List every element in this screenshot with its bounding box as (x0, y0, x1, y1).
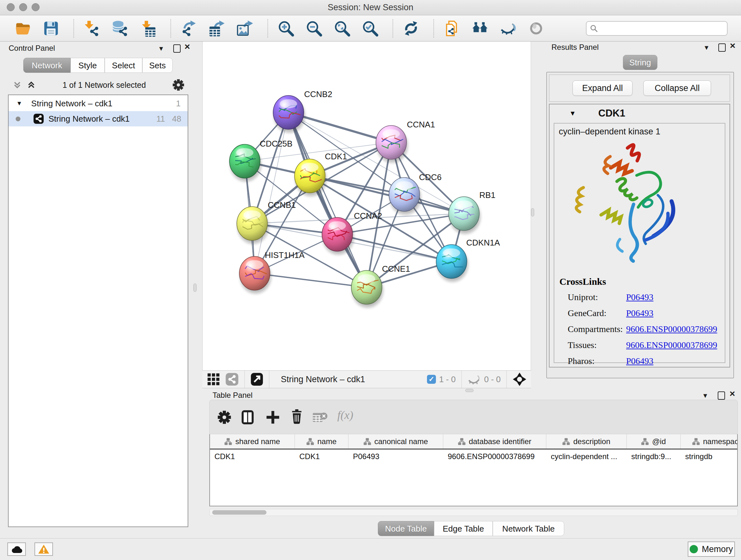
table-horizontal-scrollbar[interactable] (209, 509, 738, 516)
export-image-icon[interactable] (236, 19, 254, 37)
collapse-all-button[interactable]: Collapse All (643, 80, 711, 96)
tab-network-table[interactable]: Network Table (493, 521, 564, 536)
network-node-CCNB2[interactable] (273, 96, 305, 132)
export-table-icon[interactable] (208, 19, 226, 37)
warning-button[interactable] (35, 543, 53, 556)
show-all-icon[interactable] (527, 19, 545, 37)
search-input[interactable] (598, 23, 727, 33)
zoom-selected-icon[interactable] (361, 19, 379, 37)
results-panel-float-icon[interactable] (718, 44, 726, 53)
tab-sets[interactable]: Sets (142, 58, 173, 73)
expand-all-button[interactable]: Expand All (572, 80, 632, 96)
delete-column-icon[interactable] (290, 409, 304, 424)
network-row[interactable]: String Network – cdk1 11 48 (9, 111, 188, 126)
network-node-CDC6[interactable] (389, 178, 421, 214)
network-node-CDC25B[interactable] (229, 144, 261, 181)
tab-node-table[interactable]: Node Table (378, 521, 434, 536)
tab-string[interactable]: String (623, 55, 657, 70)
cloud-button[interactable] (7, 543, 26, 556)
network-node-CDKN1A[interactable] (436, 245, 468, 282)
cloud-icon (10, 544, 23, 554)
show-columns-icon[interactable] (241, 410, 254, 425)
crosslink-uniprot-link[interactable]: P06493 (626, 292, 654, 302)
import-database-icon[interactable] (111, 19, 129, 37)
control-panel-menu-icon[interactable]: ▼ (158, 45, 164, 52)
refresh-icon[interactable] (402, 19, 420, 37)
node-label-CCNB1: CCNB1 (268, 200, 296, 210)
tab-style[interactable]: Style (71, 58, 105, 73)
node-entry-content: cyclin–dependent kinase 1 (554, 123, 725, 363)
entry-collapse-icon[interactable]: ▼ (569, 110, 576, 117)
scrollbar-thumb[interactable] (212, 510, 266, 515)
clone-network-icon[interactable] (443, 19, 461, 37)
zoom-fit-icon[interactable] (333, 19, 351, 37)
memory-button[interactable]: Memory (688, 542, 735, 557)
table-panel-menu-icon[interactable]: ▼ (702, 392, 709, 399)
network-node-CCNA2[interactable] (322, 217, 354, 254)
collapse-all-icon[interactable] (12, 80, 22, 90)
column-header[interactable]: name (295, 434, 348, 449)
tab-edge-table[interactable]: Edge Table (434, 521, 493, 536)
left-splitter-handle[interactable] (193, 284, 197, 292)
control-panel-float-icon[interactable] (173, 44, 181, 54)
network-collection-row[interactable]: ▼ String Network – cdk1 1 (9, 96, 188, 111)
export-network-icon[interactable] (180, 19, 198, 37)
network-node-RB1[interactable] (449, 197, 480, 234)
import-table-icon[interactable] (139, 19, 157, 37)
grid-view-icon[interactable] (207, 373, 220, 386)
column-header[interactable]: @id (627, 434, 681, 449)
column-header[interactable]: description (546, 434, 627, 449)
import-network-icon[interactable] (83, 19, 101, 37)
control-panel-close-icon[interactable]: × (185, 43, 190, 51)
function-builder-icon[interactable]: f(x) (337, 408, 353, 422)
zoom-out-icon[interactable] (305, 19, 323, 37)
crosslink-label: Uniprot: (568, 292, 598, 302)
add-column-icon[interactable] (266, 410, 280, 424)
node-label-CCNA1: CCNA1 (407, 120, 435, 129)
crosslink-pharos-link[interactable]: P06493 (626, 356, 654, 366)
column-header[interactable]: namespace (681, 434, 738, 449)
open-in-new-icon[interactable] (251, 372, 263, 386)
network-node-HIST1H1A[interactable] (239, 256, 271, 294)
selected-checkbox[interactable]: ✓ (427, 375, 436, 384)
zoom-in-icon[interactable] (277, 19, 295, 37)
footer-separator (245, 371, 245, 388)
open-session-icon[interactable] (14, 19, 32, 37)
crosslink-compartments-link[interactable]: 9606.ENSP00000378699 (626, 324, 717, 334)
network-node-CCNE1[interactable] (351, 270, 383, 307)
table-row[interactable]: CDK1 CDK1 P06493 9606.ENSP00000378699 cy… (210, 449, 737, 463)
node-label-CCNB2: CCNB2 (304, 89, 332, 99)
column-header[interactable]: database identifier (443, 434, 546, 449)
table-panel-close-icon[interactable]: × (730, 390, 735, 398)
crosslink-genecard-link[interactable]: P06493 (626, 308, 654, 318)
network-node-CDK1[interactable] (294, 159, 326, 196)
crosslink-tissues-link[interactable]: 9606.ENSP00000378699 (626, 340, 717, 350)
results-panel-menu-icon[interactable]: ▼ (703, 44, 710, 51)
network-canvas-svg[interactable]: CCNB2CCNA1CDC25BCDK1CDC6RB1CCNB1CCNA2CDK… (203, 42, 531, 370)
tab-network[interactable]: Network (23, 58, 71, 73)
hide-selected-icon[interactable] (499, 19, 517, 37)
expand-all-icon[interactable] (26, 80, 36, 90)
first-neighbors-icon[interactable] (471, 19, 489, 37)
network-options-gear-icon[interactable] (172, 79, 185, 91)
results-panel-close-icon[interactable]: × (730, 42, 736, 50)
network-node-CCNA1[interactable] (376, 125, 408, 163)
share-view-icon[interactable] (225, 373, 239, 386)
column-header[interactable]: shared name (210, 434, 295, 449)
results-panel: Results Panel ▼ × String Expand All Coll… (536, 42, 741, 386)
warning-icon (38, 544, 50, 554)
toolbar-separator (171, 19, 171, 38)
node-entry-header[interactable]: ▼ CDK1 (549, 105, 730, 122)
hidden-eye-icon[interactable] (468, 374, 481, 384)
tab-select[interactable]: Select (105, 58, 142, 73)
network-node-CCNB1[interactable] (237, 206, 268, 244)
search-field[interactable] (586, 21, 728, 36)
collection-expand-icon[interactable]: ▼ (16, 100, 22, 107)
delete-table-icon[interactable] (313, 412, 328, 423)
right-splitter-handle[interactable] (531, 208, 534, 216)
collection-label: String Network – cdk1 (31, 99, 112, 109)
birdseye-icon[interactable] (513, 372, 527, 386)
save-session-icon[interactable] (42, 19, 60, 37)
column-header[interactable]: canonical name (348, 434, 443, 449)
table-settings-icon[interactable] (217, 410, 231, 424)
